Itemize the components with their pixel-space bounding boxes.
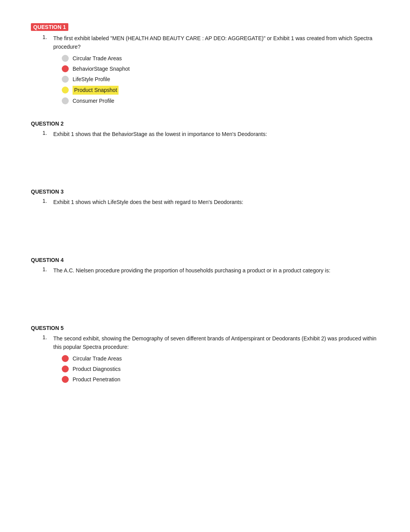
option-bullet-1-1 bbox=[62, 55, 69, 62]
option-bullet-1-3 bbox=[62, 76, 69, 83]
option-label-1-2: BehaviorStage Snaphot bbox=[73, 65, 130, 73]
options-list-1: Circular Trade AreasBehaviorStage Snapho… bbox=[62, 54, 379, 105]
option-item-5-2[interactable]: Product Diagnostics bbox=[62, 365, 379, 373]
option-bullet-5-1 bbox=[62, 355, 69, 362]
option-bullet-1-4 bbox=[62, 87, 69, 93]
option-item-1-1[interactable]: Circular Trade Areas bbox=[62, 54, 379, 63]
question-number-4: 1. bbox=[42, 266, 50, 272]
option-label-1-1: Circular Trade Areas bbox=[73, 54, 122, 63]
option-bullet-5-3 bbox=[62, 376, 69, 383]
question-number-2: 1. bbox=[42, 130, 50, 136]
question-number-5: 1. bbox=[42, 334, 50, 340]
option-label-1-5: Consumer Profile bbox=[73, 97, 114, 105]
questions-container: QUESTION 11.The first exhibit labeled "M… bbox=[31, 23, 379, 384]
option-item-1-3[interactable]: LifeStyle Profile bbox=[62, 75, 379, 83]
option-label-5-3: Product Penetration bbox=[73, 376, 120, 384]
question-block-3: QUESTION 31.Exhibit 1 shows which LifeSt… bbox=[31, 189, 379, 241]
options-list-5: Circular Trade AreasProduct DiagnosticsP… bbox=[62, 355, 379, 384]
question-item-5: 1.The second exhibit, showing the Demogr… bbox=[42, 334, 379, 352]
question-number-1: 1. bbox=[42, 34, 50, 40]
question-text-3: Exhibit 1 shows which LifeStyle does the… bbox=[53, 198, 379, 206]
question-number-3: 1. bbox=[42, 198, 50, 204]
question-title-5: QUESTION 5 bbox=[31, 325, 64, 331]
question-item-2: 1.Exhibit 1 shows that the BehaviorStage… bbox=[42, 130, 379, 138]
option-item-1-2[interactable]: BehaviorStage Snaphot bbox=[62, 65, 379, 73]
question-title-1: QUESTION 1 bbox=[31, 23, 68, 31]
question-title-4: QUESTION 4 bbox=[31, 257, 64, 263]
option-bullet-1-5 bbox=[62, 97, 69, 104]
question-block-5: QUESTION 51.The second exhibit, showing … bbox=[31, 325, 379, 384]
option-bullet-1-2 bbox=[62, 65, 69, 72]
answer-area-3 bbox=[42, 211, 379, 241]
question-title-2: QUESTION 2 bbox=[31, 121, 64, 127]
option-label-5-2: Product Diagnostics bbox=[73, 365, 121, 373]
question-block-4: QUESTION 41.The A.C. Nielsen procedure p… bbox=[31, 257, 379, 309]
question-text-5: The second exhibit, showing the Demograp… bbox=[53, 334, 379, 352]
option-item-1-5[interactable]: Consumer Profile bbox=[62, 97, 379, 105]
answer-area-2 bbox=[42, 142, 379, 173]
option-label-1-4: Product Snapshot bbox=[73, 86, 119, 95]
option-item-5-1[interactable]: Circular Trade Areas bbox=[62, 355, 379, 363]
question-text-2: Exhibit 1 shows that the BehaviorStage a… bbox=[53, 130, 379, 138]
question-text-4: The A.C. Nielsen procedure providing the… bbox=[53, 266, 379, 275]
question-item-1: 1.The first exhibit labeled "MEN (HEALTH… bbox=[42, 34, 379, 51]
question-item-3: 1.Exhibit 1 shows which LifeStyle does t… bbox=[42, 198, 379, 206]
option-item-5-3[interactable]: Product Penetration bbox=[62, 376, 379, 384]
option-item-1-4[interactable]: Product Snapshot bbox=[62, 86, 379, 95]
question-text-1: The first exhibit labeled "MEN (HEALTH A… bbox=[53, 34, 379, 51]
option-label-5-1: Circular Trade Areas bbox=[73, 355, 122, 363]
question-title-3: QUESTION 3 bbox=[31, 189, 64, 195]
question-item-4: 1.The A.C. Nielsen procedure providing t… bbox=[42, 266, 379, 275]
option-label-1-3: LifeStyle Profile bbox=[73, 75, 110, 83]
question-block-2: QUESTION 21.Exhibit 1 shows that the Beh… bbox=[31, 121, 379, 173]
option-bullet-5-2 bbox=[62, 365, 69, 372]
question-block-1: QUESTION 11.The first exhibit labeled "M… bbox=[31, 23, 379, 105]
answer-area-4 bbox=[42, 279, 379, 309]
